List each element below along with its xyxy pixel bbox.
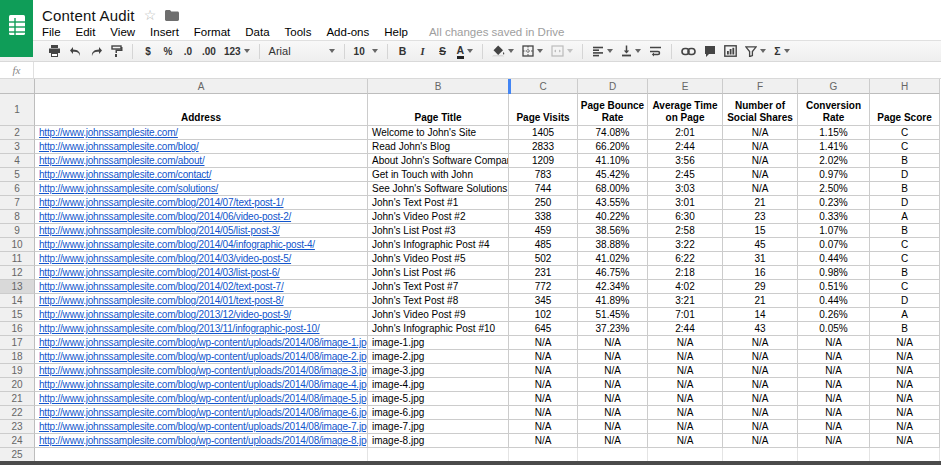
cell-D25[interactable] [578, 448, 648, 462]
row-header-7[interactable]: 7 [0, 196, 35, 210]
cell-H13[interactable]: C [870, 280, 940, 294]
cell-H23[interactable]: N/A [870, 420, 940, 434]
percent-format-button[interactable]: % [159, 42, 177, 60]
column-header-C[interactable]: C [509, 79, 578, 94]
cell-A19[interactable]: http://www.johnssamplesite.com/blog/wp-c… [35, 364, 368, 378]
cell-A2[interactable]: http://www.johnssamplesite.com/ [35, 126, 368, 140]
cell-B22[interactable]: image-6.jpg [368, 406, 509, 420]
cell-B1[interactable]: Page Title [368, 94, 509, 126]
cell-C14[interactable]: 345 [509, 294, 578, 308]
cell-F11[interactable]: 31 [723, 252, 798, 266]
row-header-20[interactable]: 20 [0, 378, 35, 392]
borders-button[interactable] [519, 42, 546, 60]
menu-insert[interactable]: Insert [150, 26, 179, 38]
cell-C25[interactable] [509, 448, 578, 462]
cell-G13[interactable]: 0.51% [798, 280, 870, 294]
row-header-6[interactable]: 6 [0, 182, 35, 196]
cell-A10[interactable]: http://www.johnssamplesite.com/blog/2014… [35, 238, 368, 252]
row-header-15[interactable]: 15 [0, 308, 35, 322]
cell-E22[interactable]: N/A [648, 406, 723, 420]
cell-C23[interactable]: N/A [509, 420, 578, 434]
cell-A24[interactable]: http://www.johnssamplesite.com/blog/wp-c… [35, 434, 368, 448]
cell-B9[interactable]: John's List Post #3 [368, 224, 509, 238]
folder-icon[interactable] [165, 10, 179, 21]
column-resize-marker[interactable] [508, 79, 511, 94]
font-size-select[interactable]: 10 [351, 42, 381, 60]
cell-C8[interactable]: 338 [509, 210, 578, 224]
cell-E15[interactable]: 7:01 [648, 308, 723, 322]
cell-E11[interactable]: 6:22 [648, 252, 723, 266]
cell-B5[interactable]: Get in Touch with John [368, 168, 509, 182]
menu-help[interactable]: Help [384, 26, 408, 38]
cell-G11[interactable]: 0.44% [798, 252, 870, 266]
cell-E16[interactable]: 2:44 [648, 322, 723, 336]
cell-A7[interactable]: http://www.johnssamplesite.com/blog/2014… [35, 196, 368, 210]
cell-A4[interactable]: http://www.johnssamplesite.com/about/ [35, 154, 368, 168]
cell-G20[interactable]: N/A [798, 378, 870, 392]
cell-C21[interactable]: N/A [509, 392, 578, 406]
row-header-9[interactable]: 9 [0, 224, 35, 238]
row-header-25[interactable]: 25 [0, 448, 35, 462]
cell-H15[interactable]: A [870, 308, 940, 322]
print-button[interactable] [45, 42, 64, 60]
increase-decimal-button[interactable]: .00 [199, 42, 219, 60]
menu-edit[interactable]: Edit [76, 26, 96, 38]
cell-F2[interactable]: N/A [723, 126, 798, 140]
cell-D19[interactable]: N/A [578, 364, 648, 378]
cell-H10[interactable]: C [870, 238, 940, 252]
cell-H19[interactable]: N/A [870, 364, 940, 378]
sheets-logo[interactable] [0, 0, 33, 57]
cell-C3[interactable]: 2833 [509, 140, 578, 154]
cell-D12[interactable]: 46.75% [578, 266, 648, 280]
cell-C19[interactable]: N/A [509, 364, 578, 378]
cell-C6[interactable]: 744 [509, 182, 578, 196]
cell-C7[interactable]: 250 [509, 196, 578, 210]
cell-D11[interactable]: 41.02% [578, 252, 648, 266]
cell-D23[interactable]: N/A [578, 420, 648, 434]
cell-G18[interactable]: N/A [798, 350, 870, 364]
undo-button[interactable] [66, 42, 85, 60]
cell-D5[interactable]: 45.42% [578, 168, 648, 182]
cell-A1[interactable]: Address [35, 94, 368, 126]
select-all-corner[interactable] [0, 79, 35, 94]
column-header-B[interactable]: B [368, 79, 509, 94]
cell-E8[interactable]: 6:30 [648, 210, 723, 224]
cell-F25[interactable] [723, 448, 798, 462]
row-header-3[interactable]: 3 [0, 140, 35, 154]
row-header-21[interactable]: 21 [0, 392, 35, 406]
cell-A11[interactable]: http://www.johnssamplesite.com/blog/2014… [35, 252, 368, 266]
cell-H18[interactable]: N/A [870, 350, 940, 364]
cell-C2[interactable]: 1405 [509, 126, 578, 140]
cell-D8[interactable]: 40.22% [578, 210, 648, 224]
cell-H2[interactable]: C [870, 126, 940, 140]
cell-B12[interactable]: John's List Post #6 [368, 266, 509, 280]
cell-F18[interactable]: N/A [723, 350, 798, 364]
cell-H20[interactable]: N/A [870, 378, 940, 392]
cell-F7[interactable]: 21 [723, 196, 798, 210]
cell-E10[interactable]: 3:22 [648, 238, 723, 252]
cell-C16[interactable]: 645 [509, 322, 578, 336]
cell-G25[interactable] [798, 448, 870, 462]
cell-C17[interactable]: N/A [509, 336, 578, 350]
cell-C1[interactable]: Page Visits [509, 94, 578, 126]
cell-F20[interactable]: N/A [723, 378, 798, 392]
column-header-A[interactable]: A [35, 79, 368, 94]
cell-G21[interactable]: N/A [798, 392, 870, 406]
cell-B13[interactable]: John's Text Post #7 [368, 280, 509, 294]
insert-link-button[interactable] [678, 42, 699, 60]
cell-D18[interactable]: N/A [578, 350, 648, 364]
cell-H21[interactable]: N/A [870, 392, 940, 406]
cell-G6[interactable]: 2.50% [798, 182, 870, 196]
document-title[interactable]: Content Audit [42, 7, 135, 24]
cell-D24[interactable]: N/A [578, 434, 648, 448]
cell-H7[interactable]: D [870, 196, 940, 210]
row-header-17[interactable]: 17 [0, 336, 35, 350]
cell-A20[interactable]: http://www.johnssamplesite.com/blog/wp-c… [35, 378, 368, 392]
cell-B8[interactable]: John's Video Post #2 [368, 210, 509, 224]
row-header-16[interactable]: 16 [0, 322, 35, 336]
filter-button[interactable] [742, 42, 769, 60]
cell-A5[interactable]: http://www.johnssamplesite.com/contact/ [35, 168, 368, 182]
cell-F4[interactable]: N/A [723, 154, 798, 168]
number-format-button[interactable]: 123 [221, 42, 253, 60]
cell-D13[interactable]: 42.34% [578, 280, 648, 294]
